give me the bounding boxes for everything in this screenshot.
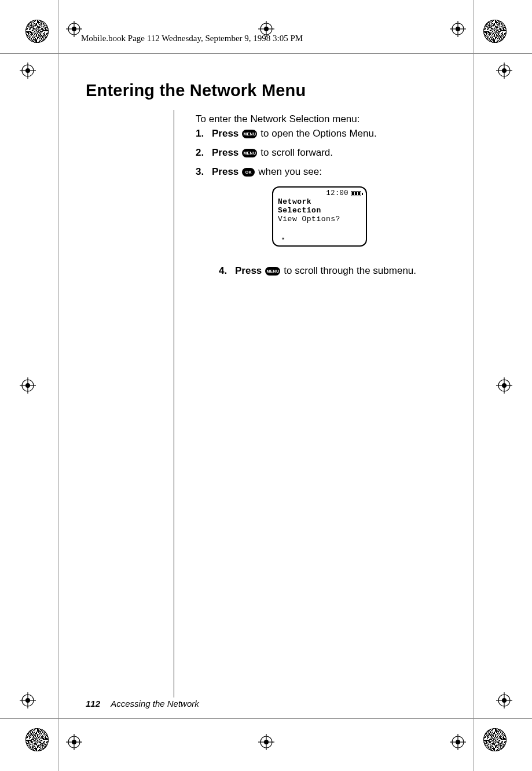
press-label: Press bbox=[212, 146, 239, 160]
registration-mark-icon bbox=[20, 377, 36, 394]
crop-rule-top bbox=[0, 53, 532, 54]
step-tail: to scroll through the submenu. bbox=[284, 265, 416, 277]
rosette-ornament-icon bbox=[483, 20, 507, 43]
registration-mark-icon bbox=[66, 734, 82, 750]
signal-icon: ✴ bbox=[281, 236, 285, 243]
press-label: Press bbox=[235, 265, 262, 277]
registration-mark-icon bbox=[496, 63, 512, 79]
menu-key-icon: MENU bbox=[242, 149, 257, 157]
rosette-ornament-icon bbox=[483, 728, 507, 751]
screen-time: 12:00 bbox=[326, 190, 348, 198]
page-number: 112 bbox=[86, 699, 100, 708]
press-label: Press bbox=[212, 166, 239, 179]
registration-mark-icon bbox=[496, 377, 512, 394]
phone-screen: 12:00 Network Selection View Options? ✴ bbox=[272, 186, 367, 247]
menu-key-icon: MENU bbox=[265, 267, 280, 276]
chapter-title: Accessing the Network bbox=[111, 699, 199, 708]
battery-icon bbox=[351, 191, 361, 196]
screen-line-2: Selection bbox=[278, 207, 361, 215]
registration-mark-icon bbox=[258, 734, 274, 750]
rosette-ornament-icon bbox=[25, 728, 49, 751]
press-label: Press bbox=[212, 127, 239, 141]
registration-mark-icon bbox=[20, 63, 36, 79]
intro-text: To enter the Network Selection menu: bbox=[196, 113, 359, 125]
registration-mark-icon bbox=[450, 21, 466, 37]
ok-key-icon: OK bbox=[242, 168, 255, 177]
registration-mark-icon bbox=[450, 734, 466, 750]
step-number: 1. bbox=[196, 127, 208, 141]
running-header: Mobile.book Page 112 Wednesday, Septembe… bbox=[81, 34, 303, 43]
instruction-list-continued: 4. Press MENU to scroll through the subm… bbox=[196, 265, 450, 277]
instruction-step: 1. Press MENU to open the Options Menu. bbox=[196, 127, 450, 141]
instruction-step: 2. Press MENU to scroll forward. bbox=[196, 146, 450, 160]
registration-mark-icon bbox=[496, 692, 512, 708]
instruction-step: 3. Press OK when you see: bbox=[196, 166, 450, 179]
instruction-step: 4. Press MENU to scroll through the subm… bbox=[219, 265, 450, 277]
registration-mark-icon bbox=[20, 692, 36, 708]
crop-rule-left bbox=[58, 0, 58, 771]
registration-mark-icon bbox=[66, 21, 82, 37]
content-vertical-rule bbox=[174, 110, 174, 697]
instruction-list: 1. Press MENU to open the Options Menu. … bbox=[196, 127, 450, 185]
page-footer: 112 Accessing the Network bbox=[86, 699, 199, 708]
page-heading: Entering the Network Menu bbox=[86, 81, 306, 100]
menu-key-icon: MENU bbox=[242, 130, 257, 138]
phone-screen-illustration: 12:00 Network Selection View Options? ✴ bbox=[272, 186, 367, 247]
screen-line-1: Network bbox=[278, 198, 361, 207]
step-tail: to scroll forward. bbox=[261, 146, 333, 160]
step-tail: when you see: bbox=[258, 166, 322, 179]
step-tail: to open the Options Menu. bbox=[261, 127, 376, 141]
crop-rule-bottom bbox=[0, 718, 532, 719]
screen-line-3: View Options? bbox=[278, 215, 361, 224]
crop-rule-right bbox=[474, 0, 474, 771]
rosette-ornament-icon bbox=[25, 20, 49, 43]
step-number: 2. bbox=[196, 146, 208, 160]
step-number: 3. bbox=[196, 166, 208, 179]
step-number: 4. bbox=[219, 265, 232, 277]
